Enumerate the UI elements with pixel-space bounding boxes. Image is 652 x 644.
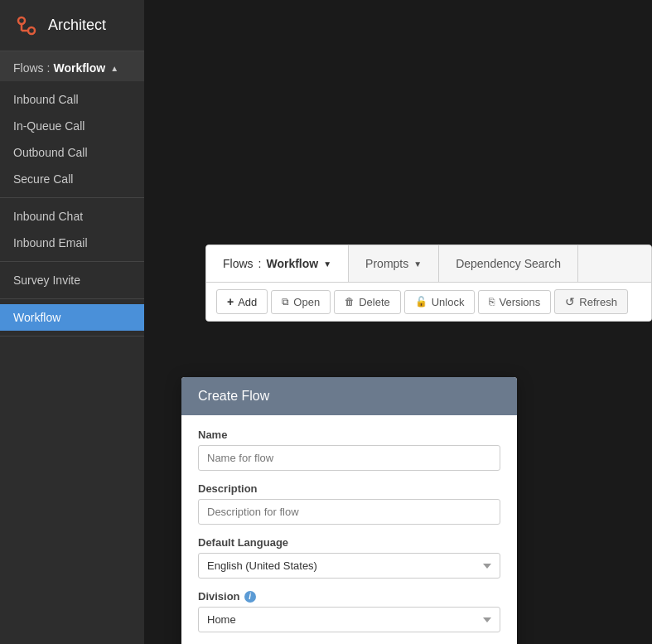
nav-group-digital: Inbound Chat Inbound Email — [0, 198, 144, 262]
nav-group-survey: Survey Invite — [0, 262, 144, 299]
sidebar-item-outbound-call[interactable]: Outbound Call — [0, 139, 144, 166]
division-info-icon[interactable]: i — [244, 591, 256, 603]
description-field-group: Description — [198, 482, 500, 525]
versions-icon: ⎘ — [489, 296, 495, 307]
name-label: Name — [198, 429, 500, 441]
svg-point-1 — [28, 27, 35, 34]
plus-icon: + — [227, 295, 234, 308]
sidebar-item-in-queue-call[interactable]: In-Queue Call — [0, 113, 144, 139]
tab-flows-arrow: ▼ — [323, 259, 331, 269]
modal-title: Create Flow — [198, 389, 269, 403]
division-label: Division — [198, 590, 240, 603]
nav-group-workflow: Workflow — [0, 299, 144, 337]
delete-icon: 🗑 — [345, 296, 355, 307]
open-icon: ⧉ — [282, 296, 289, 307]
sidebar-item-secure-call[interactable]: Secure Call — [0, 166, 144, 192]
app-title: Architect — [48, 17, 106, 34]
tab-prompts-label: Prompts — [365, 257, 408, 270]
open-button[interactable]: ⧉ Open — [271, 290, 331, 314]
add-label: Add — [238, 296, 257, 308]
main-content: Flows : Workflow ▼ Prompts ▼ Dependency … — [144, 0, 652, 644]
description-label: Description — [198, 482, 500, 495]
language-label: Default Language — [198, 536, 500, 549]
refresh-button[interactable]: ↺ Refresh — [554, 289, 628, 314]
tab-workflow-label: Workflow — [266, 257, 318, 270]
delete-label: Delete — [359, 296, 390, 308]
division-select[interactable]: Home — [198, 607, 500, 632]
sidebar-section-header[interactable]: Flows : Workflow ▲ — [0, 51, 144, 81]
open-label: Open — [293, 296, 320, 308]
add-button[interactable]: + Add — [216, 289, 268, 314]
delete-button[interactable]: 🗑 Delete — [334, 290, 401, 314]
sidebar-header: Architect — [0, 0, 144, 51]
nav-group-calls: Inbound Call In-Queue Call Outbound Call… — [0, 81, 144, 198]
sidebar-section-label: Flows — [13, 61, 44, 75]
unlock-button[interactable]: 🔓 Unlock — [404, 290, 476, 314]
tab-separator: : — [258, 257, 262, 270]
refresh-icon: ↺ — [565, 295, 575, 308]
modal-body: Name Description Default Language Englis… — [181, 415, 517, 644]
modal-header: Create Flow — [181, 377, 517, 415]
description-input[interactable] — [198, 499, 500, 525]
sidebar-item-inbound-chat[interactable]: Inbound Chat — [0, 203, 144, 230]
language-select[interactable]: English (United States) — [198, 553, 500, 579]
refresh-label: Refresh — [579, 296, 617, 308]
unlock-label: Unlock — [432, 296, 465, 308]
sidebar-item-inbound-call[interactable]: Inbound Call — [0, 86, 144, 113]
division-label-row: Division i — [198, 590, 500, 603]
toolbar-panel: Flows : Workflow ▼ Prompts ▼ Dependency … — [205, 245, 652, 322]
sidebar-item-survey-invite[interactable]: Survey Invite — [0, 267, 144, 293]
division-field-group: Division i Home — [198, 590, 500, 632]
svg-point-0 — [18, 17, 25, 24]
tab-flows-label: Flows — [223, 257, 254, 270]
unlock-icon: 🔓 — [415, 296, 427, 307]
sidebar-navigation: Flows : Workflow ▲ Inbound Call In-Queue… — [0, 51, 144, 644]
name-input[interactable] — [198, 445, 500, 471]
sidebar-item-workflow[interactable]: Workflow — [0, 304, 144, 331]
versions-label: Versions — [499, 296, 540, 308]
tab-flows-workflow[interactable]: Flows : Workflow ▼ — [206, 245, 349, 282]
name-field-group: Name — [198, 429, 500, 471]
architect-logo — [13, 12, 40, 39]
sidebar-section-type: Workflow — [53, 61, 105, 75]
tab-dependency-search-label: Dependency Search — [456, 257, 561, 270]
tab-prompts-arrow: ▼ — [413, 259, 422, 269]
sidebar: Architect Flows : Workflow ▲ Inbound Cal… — [0, 0, 144, 644]
tab-dependency-search[interactable]: Dependency Search — [439, 245, 578, 282]
create-flow-modal: Create Flow Name Description Default Lan… — [181, 377, 517, 644]
sidebar-section-separator: : — [47, 61, 51, 75]
language-field-group: Default Language English (United States) — [198, 536, 500, 579]
tab-prompts[interactable]: Prompts ▼ — [349, 245, 439, 282]
sidebar-section-arrow: ▲ — [110, 64, 118, 73]
toolbar-tabs: Flows : Workflow ▼ Prompts ▼ Dependency … — [206, 245, 651, 283]
versions-button[interactable]: ⎘ Versions — [478, 290, 551, 314]
toolbar-actions: + Add ⧉ Open 🗑 Delete 🔓 Unlock ⎘ Version… — [206, 283, 651, 321]
sidebar-item-inbound-email[interactable]: Inbound Email — [0, 230, 144, 256]
